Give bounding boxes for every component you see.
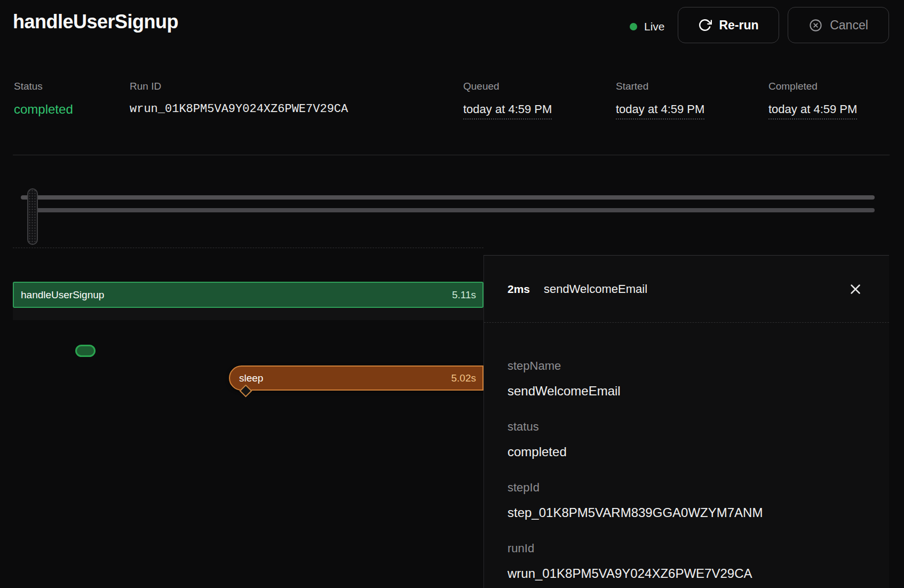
span-name: sleep (239, 372, 263, 384)
cancel-circle-x-icon (808, 18, 823, 33)
cancel-button[interactable]: Cancel (788, 7, 889, 43)
field-status: status completed (507, 420, 763, 459)
live-indicator: Live (630, 16, 665, 37)
rerun-button-label: Re-run (719, 18, 758, 33)
meta-started: Started today at 4:59 PM (616, 80, 704, 120)
meta-status-label: Status (14, 80, 73, 93)
field-stepname: stepName sendWelcomeEmail (507, 359, 763, 399)
live-dot-icon (630, 23, 637, 30)
field-value: step_01K8PM5VARM839GGA0WZYM7ANM (507, 505, 763, 520)
trace-section-divider (13, 248, 483, 248)
span-bar-sendwelcomeemail[interactable] (75, 345, 96, 357)
field-value: completed (507, 444, 763, 459)
minimap-span-bar-sleep[interactable] (32, 208, 875, 212)
field-runid: runId wrun_01K8PM5VA9Y024XZ6PWE7V29CA (507, 542, 763, 581)
span-name: handleUserSignup (21, 289, 104, 301)
meta-run-id: Run ID wrun_01K8PM5VA9Y024XZ6PWE7V29CA (130, 80, 348, 116)
close-panel-button[interactable] (847, 281, 863, 297)
run-id-value: wrun_01K8PM5VA9Y024XZ6PWE7V29CA (130, 102, 348, 116)
field-label: stepName (507, 359, 763, 373)
field-value: sendWelcomeEmail (507, 384, 763, 399)
step-detail-panel: 2ms sendWelcomeEmail stepName sendWelcom… (483, 255, 889, 588)
meta-queued: Queued today at 4:59 PM (463, 80, 552, 120)
refresh-icon (698, 18, 712, 32)
field-value: wrun_01K8PM5VA9Y024XZ6PWE7V29CA (507, 566, 763, 581)
started-timestamp[interactable]: today at 4:59 PM (616, 102, 704, 120)
minimap-zoom-handle[interactable] (27, 188, 38, 245)
field-label: status (507, 420, 763, 434)
field-stepid: stepId step_01K8PM5VARM839GGA0WZYM7ANM (507, 481, 763, 520)
run-detail-page: handleUserSignup Live Re-run Cancel Stat… (0, 0, 904, 588)
minimap-span-bar-function[interactable] (21, 195, 875, 200)
span-bar-sleep[interactable]: sleep 5.02s (229, 365, 483, 391)
meta-queued-label: Queued (463, 80, 552, 93)
step-detail-fields: stepName sendWelcomeEmail status complet… (507, 359, 763, 588)
rerun-button[interactable]: Re-run (678, 7, 779, 43)
step-detail-header: 2ms sendWelcomeEmail (484, 256, 889, 323)
queued-timestamp[interactable]: today at 4:59 PM (463, 102, 552, 120)
span-bar-handleusersignup[interactable]: handleUserSignup 5.11s (13, 282, 483, 308)
live-label: Live (644, 20, 665, 33)
span-duration: 5.02s (451, 372, 476, 384)
meta-status: Status completed (14, 80, 73, 116)
meta-completed-label: Completed (768, 80, 857, 93)
close-icon (847, 281, 863, 297)
status-badge: completed (14, 102, 73, 116)
page-title: handleUserSignup (13, 11, 178, 33)
cancel-button-label: Cancel (830, 18, 868, 33)
span-duration: 5.11s (452, 289, 476, 301)
step-duration-badge: 2ms (507, 283, 530, 296)
completed-timestamp[interactable]: today at 4:59 PM (768, 102, 857, 120)
field-label: runId (507, 542, 763, 555)
meta-completed: Completed today at 4:59 PM (768, 80, 857, 120)
step-detail-title: sendWelcomeEmail (544, 282, 647, 296)
meta-run-id-label: Run ID (130, 80, 348, 93)
header-divider (13, 155, 890, 155)
span-row-highlight (13, 308, 483, 320)
field-label: stepId (507, 481, 763, 495)
meta-started-label: Started (616, 80, 704, 93)
